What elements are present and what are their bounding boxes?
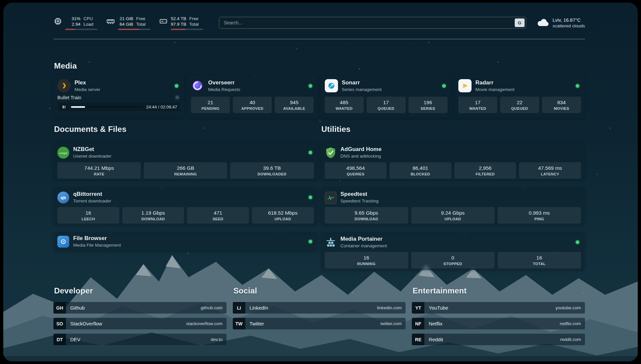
radarr-card[interactable]: Radarr Movie management 17 WANTED 22 QUE… bbox=[454, 75, 585, 118]
sonarr-icon bbox=[325, 79, 338, 92]
stat-total: 16 TOTAL bbox=[498, 252, 581, 268]
overseerr-card[interactable]: Overseerr Media Requests 21 PENDING 40 A… bbox=[187, 75, 318, 118]
portainer-icon bbox=[325, 236, 337, 248]
app-name: Speedtest bbox=[341, 191, 379, 197]
portainer-card[interactable]: Media Portainer Container management 16 … bbox=[321, 232, 585, 270]
cpu-label: CPU bbox=[83, 16, 93, 21]
disk-free: 52.4 TB bbox=[171, 16, 186, 21]
search-engine-button[interactable]: G bbox=[515, 18, 525, 27]
stat-stopped: 0 STOPPED bbox=[411, 252, 495, 268]
app-name: File Browser bbox=[73, 235, 121, 242]
plex-card[interactable]: Plex Media server Bullet Train bbox=[53, 75, 184, 118]
ram-usage-fill bbox=[118, 29, 140, 30]
section-title-utilities: Utilities bbox=[321, 125, 585, 134]
bookmark-linkedin[interactable]: LI LinkedIn linkedin.com bbox=[233, 302, 406, 314]
cpu-usage-bar bbox=[65, 29, 98, 30]
app-desc: Series management bbox=[342, 87, 382, 92]
radarr-icon bbox=[458, 79, 472, 92]
stat-upload: 618.52 Mbps UPLOAD bbox=[252, 207, 314, 224]
weather-location: Lviv, 16.87°C bbox=[553, 17, 585, 23]
youtube-abbr-icon: YT bbox=[412, 302, 424, 314]
section-title-documents: Documents & Files bbox=[54, 125, 318, 134]
bookmark-stackoverflow[interactable]: SO StackOverflow stackoverflow.com bbox=[53, 318, 227, 329]
app-name: Sonarr bbox=[342, 79, 382, 86]
status-dot bbox=[309, 151, 312, 154]
overseerr-icon bbox=[191, 79, 204, 92]
bookmark-netflix[interactable]: NF Netflix netflix.com bbox=[412, 318, 585, 329]
stat-upload: 9.24 Gbps UPLOAD bbox=[411, 207, 495, 224]
header-divider bbox=[53, 39, 585, 39]
stat-running: 16 RUNNING bbox=[325, 252, 408, 268]
disk-total: 97.9 TB bbox=[171, 21, 186, 27]
speedtest-card[interactable]: Speedtest Speedtest Tracking 9.65 Gbps D… bbox=[321, 187, 585, 225]
bookmark-dev[interactable]: DT DEV dev.to bbox=[53, 334, 227, 345]
disk-icon bbox=[159, 17, 168, 26]
reddit-abbr-icon: RE bbox=[412, 334, 424, 345]
stat-leech: 16 LEECH bbox=[57, 207, 119, 224]
search-input[interactable] bbox=[219, 20, 515, 25]
twitter-abbr-icon: TW bbox=[233, 318, 245, 329]
disk-usage-fill bbox=[171, 29, 186, 30]
bookmark-reddit[interactable]: RE Reddit reddit.com bbox=[412, 334, 585, 345]
ram-total: 64 GiB bbox=[120, 21, 133, 27]
stat-queries: 498,564 QUERIES bbox=[325, 162, 387, 179]
bookmark-twitter[interactable]: TW Twitter twitter.com bbox=[233, 318, 406, 329]
stat-series: 196 SERIES bbox=[409, 97, 447, 113]
cpu-icon bbox=[53, 17, 62, 26]
dashboard-window: 31% 2.94 CPU Load bbox=[3, 3, 638, 361]
top-bar: 31% 2.94 CPU Load bbox=[53, 12, 585, 34]
plex-icon bbox=[57, 79, 71, 92]
cpu-load-avg: 2.94 bbox=[72, 21, 80, 27]
cpu-percent: 31% bbox=[72, 16, 80, 21]
app-name: AdGuard Home bbox=[341, 146, 382, 153]
bookmark-github[interactable]: GH Github github.com bbox=[53, 302, 227, 314]
disk-usage-bar bbox=[171, 29, 203, 30]
app-name: Media Portainer bbox=[341, 236, 387, 242]
playback-progress-bar[interactable] bbox=[71, 106, 143, 108]
stat-approved: 40 APPROVED bbox=[233, 97, 272, 113]
bookmark-youtube[interactable]: YT YouTube youtube.com bbox=[412, 302, 585, 314]
app-desc: Usenet downloader bbox=[73, 153, 111, 159]
ram-metric: 21 GiB 64 GiB Free Total bbox=[106, 16, 150, 30]
stat-wanted: 485 WANTED bbox=[325, 97, 364, 113]
status-dot bbox=[309, 84, 312, 88]
app-name: qBittorrent bbox=[73, 191, 111, 197]
background-snow bbox=[3, 3, 4, 3]
svg-text:qb: qb bbox=[61, 195, 66, 200]
ram-icon bbox=[106, 17, 115, 26]
filebrowser-card[interactable]: File Browser Media File Management bbox=[53, 232, 318, 251]
disk-free-label: Free bbox=[189, 16, 198, 21]
qbittorrent-card[interactable]: qb qBittorrent Torrent downloader 16 LEE… bbox=[53, 187, 318, 225]
svg-text:nzbget: nzbget bbox=[59, 151, 68, 154]
status-dot bbox=[576, 84, 579, 88]
ram-total-label: Total bbox=[136, 21, 146, 27]
app-desc: Speedtest Tracking bbox=[341, 198, 379, 204]
stat-pending: 21 PENDING bbox=[191, 97, 230, 113]
stackoverflow-abbr-icon: SO bbox=[53, 318, 66, 329]
cloud-icon bbox=[536, 18, 549, 28]
settings-gear-icon[interactable] bbox=[174, 95, 180, 100]
status-dot bbox=[175, 84, 178, 88]
stat-rate: 744.21 Mbps RATE bbox=[57, 162, 141, 179]
weather-condition: scattered clouds bbox=[553, 23, 585, 29]
dev-abbr-icon: DT bbox=[53, 334, 66, 345]
linkedin-abbr-icon: LI bbox=[233, 302, 245, 314]
stat-seed: 471 SEED bbox=[187, 207, 249, 224]
search-bar[interactable]: G bbox=[219, 17, 526, 29]
sonarr-card[interactable]: Sonarr Series management 485 WANTED 17 Q… bbox=[321, 75, 451, 118]
stat-queued: 22 QUEUED bbox=[500, 97, 539, 113]
plex-player: 24:44 / 02:06:47 bbox=[57, 103, 180, 111]
disk-metric: 52.4 TB 97.9 TB Free Total bbox=[159, 16, 203, 30]
adguard-card[interactable]: AdGuard Home DNS and adblocking 498,564 … bbox=[321, 142, 585, 180]
nzbget-card[interactable]: nzbget NZBGet Usenet downloader 744.21 M… bbox=[53, 142, 318, 180]
app-name: Radarr bbox=[475, 79, 515, 86]
pause-button[interactable] bbox=[60, 104, 68, 109]
app-desc: Media File Management bbox=[73, 242, 121, 248]
status-dot bbox=[576, 240, 579, 244]
middle-columns: Documents & Files nzbget NZBGet Usenet d… bbox=[53, 125, 585, 270]
entertainment-section: Entertainment YT YouTube youtube.com NF … bbox=[412, 286, 585, 349]
ram-usage-bar bbox=[118, 29, 150, 30]
ram-free-label: Free bbox=[136, 16, 145, 21]
documents-column: Documents & Files nzbget NZBGet Usenet d… bbox=[53, 125, 318, 251]
stat-queued: 17 QUEUED bbox=[367, 97, 406, 113]
